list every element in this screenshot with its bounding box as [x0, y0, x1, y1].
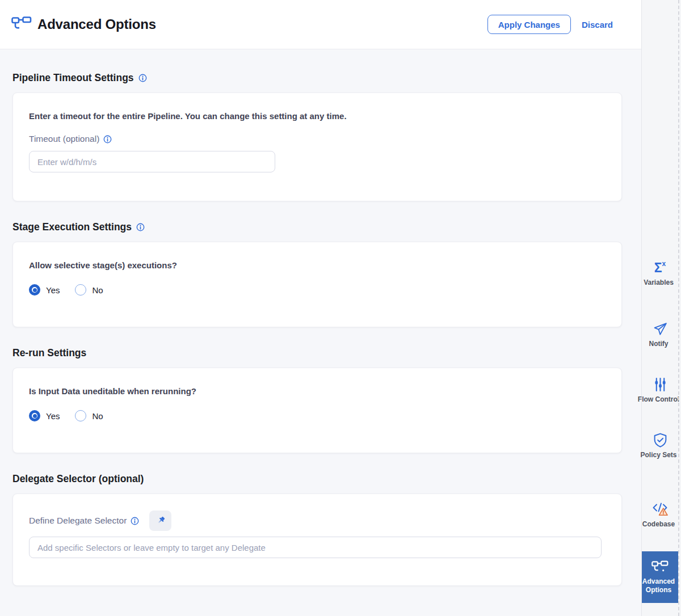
stage-execution-yes-label[interactable]: Yes: [46, 285, 60, 295]
shield-check-icon: [653, 432, 667, 448]
timeout-input[interactable]: [29, 151, 275, 172]
rerun-no-label[interactable]: No: [92, 411, 103, 421]
apply-changes-button[interactable]: Apply Changes: [487, 15, 571, 34]
page-title: Advanced Options: [37, 16, 156, 32]
sidebar-item-notify[interactable]: Notify: [642, 321, 678, 348]
sidebar-item-advanced-options[interactable]: Advanced Options: [642, 551, 678, 603]
stage-execution-heading-text: Stage Execution Settings: [12, 221, 132, 233]
sigma-x-icon: Σx: [654, 260, 666, 276]
stage-execution-no-label[interactable]: No: [92, 285, 103, 295]
sliders-icon: [654, 377, 667, 393]
sidebar-item-flow-control[interactable]: Flow Control: [642, 377, 678, 404]
delegate-card: Define Delegate Selector: [12, 493, 622, 586]
rerun-radio-group: Yes No: [29, 410, 606, 421]
delegate-field-label: Define Delegate Selector: [29, 516, 127, 526]
rerun-heading-text: Re-run Settings: [12, 347, 86, 359]
rerun-card: Is Input Data uneditable when rerunning?…: [12, 368, 622, 453]
delegate-field-label-row: Define Delegate Selector: [29, 510, 606, 531]
delegate-heading-text: Delegate Selector (optional): [12, 473, 144, 485]
info-icon[interactable]: [131, 517, 139, 525]
info-icon[interactable]: [103, 135, 112, 144]
stage-execution-yes-radio[interactable]: [29, 284, 40, 296]
sidebar-item-label: Policy Sets: [638, 451, 680, 459]
sidebar-item-label: Advanced Options: [638, 577, 680, 594]
discard-button[interactable]: Discard: [582, 20, 613, 29]
rerun-yes-label[interactable]: Yes: [46, 411, 60, 421]
header: Advanced Options Apply Changes Discard: [0, 0, 641, 49]
stage-execution-radio-group: Yes No: [29, 284, 606, 296]
pipeline-timeout-card: Enter a timeout for the entire Pipeline.…: [12, 92, 622, 201]
sidebar-item-label: Variables: [638, 279, 680, 287]
sidebar-item-label: Notify: [638, 340, 680, 348]
right-nav-rail: Σx Variables Notify: [641, 0, 681, 616]
pin-button[interactable]: [149, 510, 171, 531]
rerun-yes-radio[interactable]: [29, 410, 40, 421]
stage-execution-card: Allow selective stage(s) executions? Yes…: [12, 242, 622, 327]
advanced-options-icon: [11, 15, 32, 33]
code-warning-icon: [652, 501, 668, 517]
stage-execution-question: Allow selective stage(s) executions?: [29, 260, 606, 270]
pipeline-gear-icon: [651, 560, 669, 575]
info-icon[interactable]: [136, 223, 145, 231]
timeout-field-label: Timeout (optional): [29, 134, 606, 144]
rerun-no-radio[interactable]: [75, 410, 86, 421]
paper-plane-icon: [653, 321, 668, 337]
pipeline-timeout-heading-text: Pipeline Timeout Settings: [12, 72, 134, 84]
timeout-field-label-text: Timeout (optional): [29, 134, 99, 144]
sidebar-item-policy-sets[interactable]: Policy Sets: [642, 432, 678, 459]
sidebar-item-label: Codebase: [638, 520, 680, 529]
stage-execution-heading: Stage Execution Settings: [12, 201, 641, 233]
pipeline-timeout-heading: Pipeline Timeout Settings: [12, 49, 641, 84]
main-panel: Advanced Options Apply Changes Discard P…: [0, 0, 641, 616]
pin-icon: [155, 515, 166, 526]
rerun-question: Is Input Data uneditable when rerunning?: [29, 386, 606, 396]
sidebar-item-label: Flow Control: [638, 395, 680, 404]
delegate-selector-input[interactable]: [29, 537, 602, 558]
stage-execution-no-radio[interactable]: [75, 284, 86, 296]
timeout-description: Enter a timeout for the entire Pipeline.…: [29, 111, 606, 121]
rerun-heading: Re-run Settings: [12, 327, 641, 359]
info-icon[interactable]: [138, 74, 147, 82]
sidebar-item-codebase[interactable]: Codebase: [642, 501, 678, 529]
delegate-heading: Delegate Selector (optional): [12, 453, 641, 485]
sidebar-item-variables[interactable]: Σx Variables: [642, 260, 678, 287]
